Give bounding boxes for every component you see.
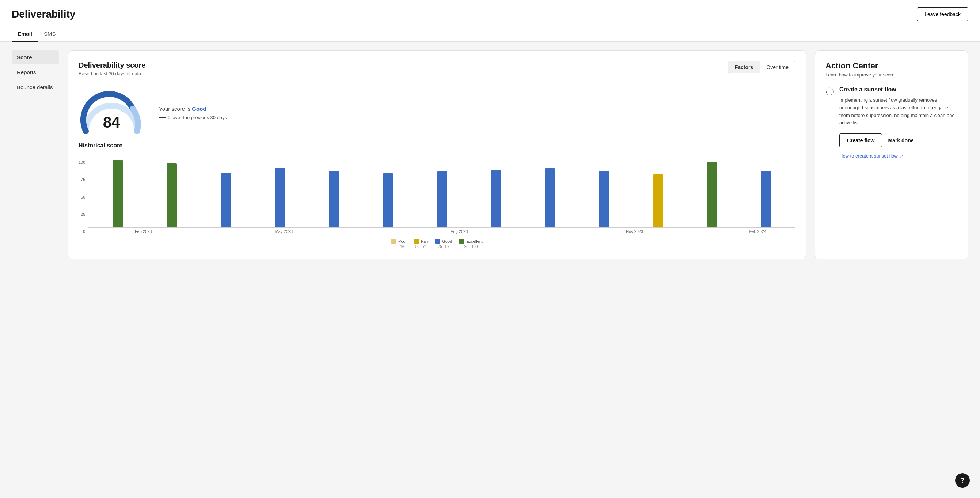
- bar-group-4: [308, 171, 360, 227]
- bar-group-3: [254, 168, 306, 227]
- toggle-buttons: Factors Over time: [728, 61, 795, 73]
- bar-4: [329, 171, 339, 227]
- x-label-0: Feb 2023: [91, 229, 196, 234]
- sidebar-item-reports[interactable]: Reports: [12, 65, 59, 79]
- legend-color-0: [391, 239, 396, 244]
- factors-button[interactable]: Factors: [728, 61, 760, 73]
- x-label-4: Feb 2024: [723, 229, 792, 234]
- top-header: Deliverability Leave feedback Email SMS: [0, 0, 980, 42]
- main-content: Deliverability score Based on last 30 da…: [68, 51, 968, 259]
- bar-5: [383, 173, 393, 227]
- legend-color-1: [414, 239, 419, 244]
- bars-area: [88, 155, 795, 228]
- bar-group-7: [470, 170, 522, 227]
- legend-range-1: 50 - 74: [415, 244, 427, 249]
- bar-group-5: [362, 173, 414, 227]
- gauge-number: 84: [103, 114, 120, 131]
- score-change: 0 over the previous 30 days: [159, 115, 227, 120]
- tabs: Email SMS: [12, 27, 968, 42]
- score-quality: Good: [192, 106, 206, 112]
- sunset-flow-icon: [826, 87, 834, 96]
- action-item-title: Create a sunset flow: [839, 86, 958, 93]
- bar-8: [545, 168, 555, 227]
- bar-group-10: [632, 174, 684, 227]
- bar-10: [653, 174, 663, 227]
- mark-done-button[interactable]: Mark done: [888, 137, 913, 143]
- x-label-2: Aug 2023: [372, 229, 546, 234]
- action-card-subtitle: Learn how to improve your score: [826, 72, 958, 78]
- legend-range-2: 75 - 89: [438, 244, 449, 249]
- y-label-25: 25: [79, 212, 85, 217]
- chart-area: 100 75 50 25 0 Feb 2023May 2023Aug 2023N…: [79, 155, 795, 249]
- y-label-50: 50: [79, 195, 85, 199]
- legend-item-0: Poor 0 - 49: [391, 239, 407, 249]
- change-dash: [159, 117, 165, 118]
- score-header: Deliverability score Based on last 30 da…: [79, 61, 795, 84]
- bar-group-2: [199, 172, 252, 227]
- create-flow-button[interactable]: Create flow: [839, 134, 882, 147]
- legend-color-2: [435, 239, 440, 244]
- over-time-button[interactable]: Over time: [760, 61, 795, 73]
- action-body: Create a sunset flow Implementing a suns…: [839, 86, 958, 159]
- bar-9: [599, 171, 609, 227]
- action-item: Create a sunset flow Implementing a suns…: [826, 86, 958, 159]
- x-label-3: Nov 2023: [548, 229, 722, 234]
- y-label-0: 0: [79, 230, 85, 234]
- how-to-link[interactable]: How to create a sunset flow ↗: [839, 153, 958, 159]
- action-card: Action Center Learn how to improve your …: [815, 51, 968, 259]
- svg-point-0: [826, 88, 834, 95]
- legend-range-0: 0 - 49: [394, 244, 404, 249]
- bar-0: [113, 160, 123, 227]
- score-info: Your score is Good 0 over the previous 3…: [159, 106, 227, 120]
- bar-2: [221, 172, 231, 227]
- legend-label-0: Poor: [398, 239, 407, 244]
- score-card: Deliverability score Based on last 30 da…: [68, 51, 806, 259]
- bar-11: [707, 161, 717, 227]
- legend-label-3: Excellent: [466, 239, 483, 244]
- legend-item-2: Good 75 - 89: [435, 239, 452, 249]
- leave-feedback-button[interactable]: Leave feedback: [917, 7, 968, 21]
- bar-group-1: [145, 163, 198, 227]
- x-label-1: May 2023: [197, 229, 371, 234]
- bar-group-12: [740, 171, 792, 227]
- action-card-title: Action Center: [826, 61, 958, 70]
- sidebar: Score Reports Bounce details: [12, 51, 59, 259]
- external-link-icon: ↗: [900, 153, 904, 159]
- bar-3: [275, 168, 285, 227]
- legend-item-3: Excellent 90 - 100: [459, 239, 483, 249]
- bar-6: [437, 171, 447, 227]
- legend-item-1: Fair 50 - 74: [414, 239, 428, 249]
- legend: Poor 0 - 49 Fair 50 - 74 Good 75 - 89 Ex…: [79, 239, 795, 249]
- bar-group-8: [523, 168, 576, 227]
- bars-container: Feb 2023May 2023Aug 2023Nov 2023Feb 2024: [88, 155, 795, 234]
- y-label-75: 75: [79, 178, 85, 182]
- action-buttons: Create flow Mark done: [839, 134, 958, 147]
- bar-7: [491, 170, 501, 227]
- bar-group-6: [416, 171, 468, 227]
- score-card-subtitle: Based on last 30 days of data: [79, 71, 145, 77]
- tab-sms[interactable]: SMS: [38, 27, 62, 42]
- sidebar-item-bounce-details[interactable]: Bounce details: [12, 80, 59, 94]
- x-axis: Feb 2023May 2023Aug 2023Nov 2023Feb 2024: [88, 228, 795, 234]
- bar-group-11: [686, 161, 738, 227]
- bar-group-9: [578, 171, 630, 227]
- gauge: 84: [79, 91, 144, 135]
- tab-email[interactable]: Email: [12, 27, 38, 42]
- legend-label-1: Fair: [421, 239, 428, 244]
- legend-label-2: Good: [442, 239, 452, 244]
- legend-range-3: 90 - 100: [465, 244, 478, 249]
- sidebar-item-score[interactable]: Score: [12, 51, 59, 64]
- score-label: Your score is Good: [159, 106, 227, 112]
- bar-group-0: [91, 160, 144, 227]
- historical-title: Historical score: [79, 142, 795, 149]
- page-title: Deliverability: [12, 8, 75, 20]
- y-label-100: 100: [79, 161, 85, 164]
- main-layout: Score Reports Bounce details Deliverabil…: [0, 42, 980, 268]
- bar-12: [761, 171, 772, 227]
- action-description: Implementing a sunset flow gradually rem…: [839, 97, 958, 127]
- score-card-title: Deliverability score: [79, 61, 145, 69]
- bar-1: [167, 163, 177, 227]
- legend-color-3: [459, 239, 465, 244]
- score-display: 84 Your score is Good 0 over the previou…: [79, 91, 795, 135]
- y-axis: 100 75 50 25 0: [79, 161, 85, 234]
